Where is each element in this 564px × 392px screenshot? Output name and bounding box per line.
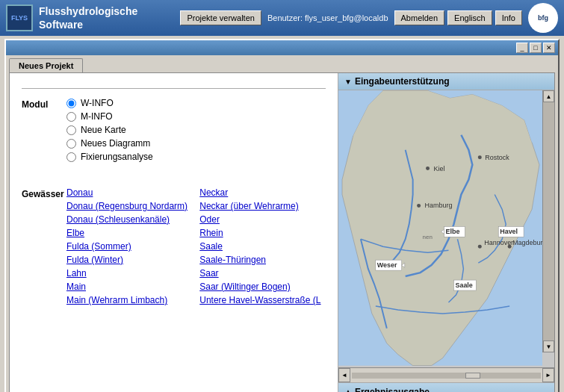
- link-donau-regensburg[interactable]: Donau (Regensburg Nordarm): [66, 199, 188, 213]
- bfg-logo: bfg: [528, 3, 558, 33]
- link-main[interactable]: Main: [66, 280, 188, 293]
- neues-projekt-tab[interactable]: Neues Projekt: [9, 58, 83, 72]
- link-saar-wiltinger[interactable]: Saar (Wiltinger Bogen): [199, 280, 320, 293]
- left-panel: Modul W-INFO M-INFO Neue Karte: [10, 73, 338, 392]
- modul-label: Modul: [22, 98, 66, 110]
- minimize-button[interactable]: _: [516, 43, 528, 53]
- radio-neue-karte-input[interactable]: [66, 125, 76, 135]
- svg-text:Hannover: Hannover: [484, 239, 513, 246]
- tab-bar: Neues Projekt: [6, 55, 558, 72]
- toolbar: Projekte verwalten Benutzer: flys_user_b…: [180, 10, 522, 25]
- svg-text:Rostock: Rostock: [485, 154, 509, 161]
- ergebnis-header: ▲ Ergebnisausgabe: [338, 382, 554, 392]
- germany-map-svg: Kiel Rostock Hamburg nen Hannover Magdeb…: [338, 90, 542, 366]
- scroll-track-h[interactable]: [352, 373, 541, 379]
- scroll-left-button[interactable]: ◄: [338, 368, 350, 382]
- close-button[interactable]: ✕: [543, 43, 555, 53]
- window-titlebar: _ □ ✕: [6, 40, 558, 55]
- gewaesser-col1: Donau Donau (Regensburg Nordarm) Donau (…: [66, 186, 188, 307]
- link-fulda-sommer[interactable]: Fulda (Sommer): [66, 240, 188, 253]
- restore-button[interactable]: □: [530, 43, 542, 53]
- englisch-button[interactable]: Englisch: [447, 10, 492, 25]
- link-untere-havel[interactable]: Untere Havel-Wasserstraße (L: [199, 293, 320, 307]
- divider: [22, 88, 326, 89]
- radio-neues-diagramm-input[interactable]: [66, 139, 76, 149]
- svg-text:Kiel: Kiel: [434, 165, 445, 172]
- link-saale-thueringen[interactable]: Saale-Thüringen: [199, 253, 320, 267]
- svg-text:Magdeburg: Magdeburg: [512, 239, 542, 246]
- gewaesser-col2: Neckar Neckar (über Wehrarme) Oder Rhein…: [199, 186, 320, 307]
- map-scrollbar-vertical[interactable]: ▲ ▼: [542, 90, 554, 352]
- eingabe-header: ▼ Eingabeunterstützung: [338, 73, 554, 90]
- scroll-down-button[interactable]: ▼: [543, 340, 554, 352]
- chevron-up-icon: ▲: [344, 388, 352, 392]
- projekte-verwalten-button[interactable]: Projekte verwalten: [180, 10, 261, 25]
- radio-neue-karte[interactable]: Neue Karte: [66, 125, 153, 135]
- svg-point-3: [417, 204, 421, 208]
- chevron-down-icon: ▼: [344, 78, 352, 86]
- link-lahn[interactable]: Lahn: [66, 267, 188, 280]
- svg-text:Havel: Havel: [500, 228, 518, 235]
- radio-winfo[interactable]: W-INFO: [66, 98, 153, 108]
- abmelden-button[interactable]: Abmelden: [394, 10, 445, 25]
- radio-winfo-input[interactable]: [66, 99, 76, 108]
- svg-text:Elbe: Elbe: [445, 228, 459, 235]
- link-rhein[interactable]: Rhein: [199, 226, 320, 240]
- radio-neues-diagramm[interactable]: Neues Diagramm: [66, 138, 153, 149]
- svg-text:nen: nen: [423, 234, 433, 240]
- link-oder[interactable]: Oder: [199, 213, 320, 226]
- link-main-wehrarm[interactable]: Main (Wehrarm Limbach): [66, 293, 188, 307]
- map-container[interactable]: Kiel Rostock Hamburg nen Hannover Magdeb…: [338, 90, 554, 367]
- svg-point-1: [426, 167, 430, 170]
- right-panel: ▼ Eingabeunterstützung: [338, 73, 554, 392]
- info-button[interactable]: Info: [495, 10, 522, 25]
- scroll-up-button[interactable]: ▲: [543, 90, 554, 102]
- main-window: _ □ ✕ Neues Projekt Modul W-INFO: [4, 39, 560, 392]
- svg-text:Weser: Weser: [377, 261, 397, 269]
- scroll-right-button[interactable]: ►: [542, 368, 554, 382]
- link-neckar-wehrarme[interactable]: Neckar (über Wehrarme): [199, 199, 320, 213]
- map-scrollbar-horizontal[interactable]: ◄ ►: [338, 367, 554, 382]
- radio-fixierung[interactable]: Fixierungsanalyse: [66, 152, 153, 162]
- link-neckar[interactable]: Neckar: [199, 186, 320, 199]
- link-donau[interactable]: Donau: [66, 186, 188, 199]
- titlebar: FLYS Flusshydrologische Software Projekt…: [0, 0, 564, 36]
- svg-point-2: [478, 155, 482, 159]
- radio-fixierung-input[interactable]: [66, 152, 76, 162]
- app-title: Flusshydrologische Software: [39, 4, 180, 31]
- gewaesser-label: Gewässer: [22, 186, 66, 199]
- gewaesser-grid: Donau Donau (Regensburg Nordarm) Donau (…: [66, 186, 321, 307]
- link-saar[interactable]: Saar: [199, 267, 320, 280]
- link-donau-schleusen[interactable]: Donau (Schleusenkanäle): [66, 213, 188, 226]
- scroll-track-v[interactable]: [543, 102, 554, 340]
- benutzer-label: Benutzer: flys_user_bfg@localdb: [267, 13, 388, 22]
- svg-text:Saale: Saale: [455, 281, 472, 289]
- app-logo: FLYS: [6, 4, 33, 31]
- svg-point-4: [478, 245, 482, 249]
- radio-minfo[interactable]: M-INFO: [66, 111, 153, 122]
- modul-radio-group: W-INFO M-INFO Neue Karte Neues Diagramm: [66, 98, 153, 165]
- svg-text:Hamburg: Hamburg: [425, 202, 453, 209]
- scroll-thumb-h[interactable]: [465, 373, 480, 379]
- link-saale[interactable]: Saale: [199, 240, 320, 253]
- link-elbe[interactable]: Elbe: [66, 226, 188, 240]
- radio-minfo-input[interactable]: [66, 112, 76, 122]
- content-area: Modul W-INFO M-INFO Neue Karte: [9, 72, 555, 392]
- window-controls: _ □ ✕: [516, 43, 555, 53]
- link-fulda-winter[interactable]: Fulda (Winter): [66, 253, 188, 267]
